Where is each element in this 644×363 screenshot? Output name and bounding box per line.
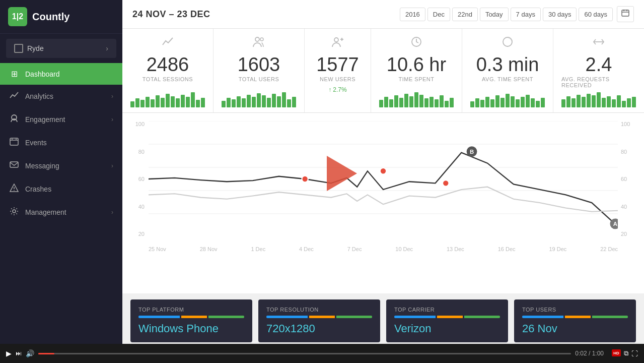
resolution-value: 720x1280: [266, 322, 372, 335]
sidebar-item-label-management: Management: [25, 208, 66, 216]
top-users-bar-2: [565, 316, 591, 318]
sidebar-nav: ⊞ Dashboard Analytics › Engagement ›: [0, 63, 122, 224]
main-header: 24 NOV – 23 DEC 2016 Dec 22nd Today 7 da…: [122, 0, 644, 29]
top-users-title: TOP USERS: [522, 307, 628, 313]
sidebar-item-events[interactable]: Events: [0, 131, 122, 154]
svg-point-26: [302, 176, 308, 183]
svg-point-28: [443, 180, 449, 187]
svg-point-8: [13, 210, 16, 213]
y-label-100: 100: [132, 121, 148, 127]
svg-text:A: A: [613, 221, 617, 227]
trend-up-icon: ↑: [328, 86, 331, 93]
svg-point-14: [260, 38, 263, 41]
chart-area: 100 80 60 40 20 100 80 60 40 20: [122, 113, 644, 293]
top-users-bar-3: [592, 316, 628, 318]
new-users-label: NEW USERS: [320, 76, 355, 82]
x-label-16dec: 16 Dec: [498, 246, 516, 252]
carrier-title: TOP CARRIER: [394, 307, 500, 313]
avg-requests-value: 2.4: [586, 55, 612, 74]
stat-avg-requests: 2.4 AVG. REQUESTS RECEIVED: [553, 29, 644, 112]
resolution-bar-2: [309, 316, 335, 318]
logo-text: Countly: [32, 11, 69, 23]
filter-today[interactable]: Today: [480, 8, 509, 21]
avg-time-icon: [502, 36, 514, 51]
filter-30days[interactable]: 30 days: [543, 8, 577, 21]
video-controls-right: HD ⧉ ⛶: [612, 349, 638, 357]
new-users-icon: [331, 36, 344, 51]
trend-value: 2.7%: [333, 86, 346, 93]
sidebar-item-messaging[interactable]: Messaging ›: [0, 154, 122, 177]
analytics-arrow-icon: ›: [111, 93, 113, 100]
carrier-bar: [394, 316, 500, 318]
play-pause-button[interactable]: ▶: [6, 349, 12, 357]
sidebar-item-engagement[interactable]: Engagement ›: [0, 108, 122, 131]
resolution-bar-1: [266, 316, 308, 318]
filter-22nd[interactable]: 22nd: [452, 8, 478, 21]
management-arrow-icon: ›: [111, 209, 113, 216]
chart-y-labels-left: 100 80 60 40 20: [132, 121, 148, 237]
app-name: Ryde: [27, 44, 44, 52]
filter-dec[interactable]: Dec: [427, 8, 450, 21]
x-label-13dec: 13 Dec: [447, 246, 464, 252]
date-filters: 2016 Dec 22nd Today 7 days 30 days 60 da…: [400, 6, 634, 22]
app-selector[interactable]: Ryde ›: [6, 39, 116, 58]
x-label-25nov: 25 Nov: [149, 246, 166, 252]
svg-rect-5: [10, 162, 18, 167]
svg-text:B: B: [470, 149, 474, 155]
users-label: TOTAL USERS: [239, 76, 279, 82]
progress-fill: [38, 353, 54, 354]
sidebar-item-label-events: Events: [25, 139, 47, 147]
sidebar-item-management[interactable]: Management ›: [0, 201, 122, 224]
filter-2016[interactable]: 2016: [400, 8, 425, 21]
avg-requests-label: AVG. REQUESTS RECEIVED: [561, 76, 636, 88]
y-label-80: 80: [132, 149, 148, 155]
sessions-mini-bars: [130, 92, 205, 107]
carrier-bar-3: [464, 316, 500, 318]
platform-bar-1: [138, 316, 180, 318]
svg-point-27: [380, 168, 386, 174]
resolution-title: TOP RESOLUTION: [266, 307, 372, 313]
hd-badge: HD: [612, 349, 621, 356]
logo-area: 1|2 Countly: [0, 0, 122, 34]
sidebar-item-label-crashes: Crashes: [25, 185, 51, 193]
bottom-card-users: TOP USERS 26 Nov: [514, 299, 636, 342]
pip-button[interactable]: ⧉: [624, 349, 628, 357]
svg-point-3: [12, 139, 13, 140]
stat-total-sessions: 2486 TOTAL SESSIONS: [122, 29, 213, 112]
engagement-arrow-icon: ›: [111, 116, 113, 123]
sidebar: 1|2 Countly Ryde › ⊞ Dashboard Analytics…: [0, 0, 122, 363]
progress-bar[interactable]: [38, 353, 571, 354]
chart-svg: B A: [149, 121, 618, 237]
svg-point-4: [16, 139, 17, 140]
time-spent-label: TIME SPENT: [398, 76, 434, 82]
calendar-icon[interactable]: [617, 6, 634, 22]
svg-point-7: [14, 190, 15, 191]
top-users-bar: [522, 316, 628, 318]
chart-y-labels-right: 100 80 60 40 20: [619, 121, 634, 237]
main-content: 24 NOV – 23 DEC 2016 Dec 22nd Today 7 da…: [122, 0, 644, 363]
platform-value: Windows Phone: [138, 322, 244, 335]
engagement-icon: [9, 114, 19, 125]
chart-container: 100 80 60 40 20 100 80 60 40 20: [132, 121, 634, 252]
x-label-10dec: 10 Dec: [395, 246, 413, 252]
platform-bar: [138, 316, 244, 318]
fullscreen-button[interactable]: ⛶: [631, 349, 638, 357]
volume-button[interactable]: 🔊: [26, 349, 34, 357]
filter-7days[interactable]: 7 days: [511, 8, 541, 21]
sidebar-item-analytics[interactable]: Analytics ›: [0, 85, 122, 108]
video-player-bar: ▶ ⏭ 🔊 0:02 / 1:00 HD ⧉ ⛶: [0, 344, 644, 363]
logo-icon: 1|2: [8, 7, 27, 26]
x-label-19dec: 19 Dec: [549, 246, 566, 252]
messaging-arrow-icon: ›: [111, 162, 113, 169]
sidebar-item-crashes[interactable]: Crashes: [0, 177, 122, 201]
sidebar-item-dashboard[interactable]: ⊞ Dashboard: [0, 63, 122, 85]
filter-60days[interactable]: 60 days: [579, 8, 613, 21]
play-button[interactable]: [327, 156, 357, 191]
carrier-bar-2: [437, 316, 463, 318]
time-spent-value: 10.6 hr: [387, 55, 446, 74]
management-icon: [9, 207, 19, 218]
platform-bar-2: [181, 316, 207, 318]
skip-button[interactable]: ⏭: [16, 350, 22, 357]
video-time: 0:02 / 1:00: [575, 350, 604, 357]
carrier-value: Verizon: [394, 322, 500, 335]
